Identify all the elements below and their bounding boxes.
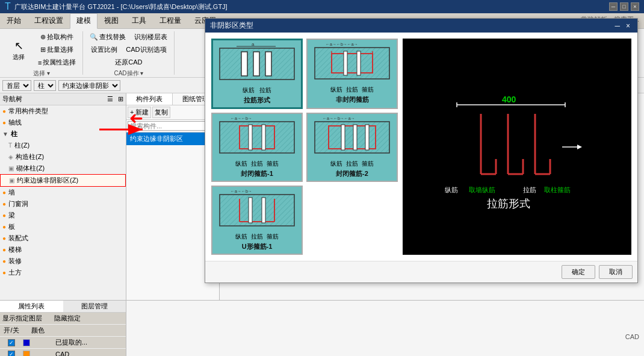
svg-rect-16 (344, 51, 347, 75)
beam-icon: ● (2, 212, 6, 219)
pick-component-btn[interactable]: ⊕ 拾取构件 (35, 31, 79, 43)
rebar-item-fengbi1[interactable]: ←a→←b→ 纵筋 拉筋 箍筋 封闭箍筋-1 (211, 113, 303, 182)
svg-rect-21 (240, 126, 274, 149)
batch-select-btn[interactable]: ⊞ 批量选择 (35, 44, 79, 55)
svg-rect-28 (341, 125, 345, 150)
attr-panel: 属性列表 图层管理 显示指定图层 隐藏指定 开/关 颜色 ✓ 已提取的... ✓… (0, 301, 126, 356)
svg-text:取柱箍筋: 取柱箍筋 (544, 186, 571, 193)
select-button[interactable]: ↖ 选择 (4, 37, 34, 63)
bottom-panel: 属性列表 图层管理 显示指定图层 隐藏指定 开/关 颜色 ✓ 已提取的... ✓… (0, 300, 644, 356)
nav-item-door[interactable]: ● 门窗洞 (0, 198, 126, 210)
confirm-button[interactable]: 确定 (562, 265, 595, 279)
svg-rect-22 (249, 125, 252, 150)
tab-project-settings[interactable]: 工程设置 (28, 13, 70, 28)
svg-rect-5 (253, 52, 259, 76)
rebar-item-uxing[interactable]: ←a→←b→ 纵筋 拉筋 箍筋 (211, 186, 303, 255)
tab-tools[interactable]: 工具 (125, 13, 153, 28)
arrow-indicator: ➜ (129, 109, 143, 129)
nav-item-earth[interactable]: ● 土方 (0, 267, 126, 278)
assembly-icon: ● (2, 235, 6, 242)
copy-component-btn[interactable]: 复制 (152, 107, 170, 118)
nav-tree: ● 常用构件类型 ● 轴线 ▼ 柱 T 柱(Z) ◈ 构造柱(Z) ▣ 砌体柱(… (0, 105, 126, 300)
rebar-item-feifengbi[interactable]: ←a→←b→←a→ (306, 39, 398, 109)
lajin-label: 拉筋形式 (244, 96, 270, 105)
set-scale-btn[interactable]: 设置比例 (88, 44, 120, 55)
maximize-btn[interactable]: □ (620, 2, 628, 11)
large-preview-svg: 400 (409, 81, 625, 213)
restore-cad-btn[interactable]: 还原CAD (112, 57, 145, 68)
minimize-btn[interactable]: ─ (609, 2, 618, 11)
identify-floor-btn[interactable]: 识别楼层表 (131, 31, 170, 43)
tab-start[interactable]: 开始 (0, 13, 28, 28)
attr-select-btn[interactable]: ≡ 按属性选择 (35, 57, 79, 68)
nav-item-axis[interactable]: ● 轴线 (0, 117, 126, 128)
tab-modeling[interactable]: 建模 (70, 13, 98, 29)
nav-item-beam[interactable]: ● 梁 (0, 210, 126, 221)
nav-item-decoration[interactable]: ● 装修 (0, 255, 126, 267)
batch-icon: ⊞ (40, 46, 46, 54)
svg-rect-30 (365, 125, 369, 150)
col-gz-icon: ◈ (8, 154, 13, 160)
rebar-preview-feifengbi: ←a→←b→←a→ (313, 42, 391, 84)
rebar-item-lajin[interactable]: a 纵筋 拉筋 拉筋形式 (211, 39, 303, 109)
dialog-close-btn[interactable]: × (624, 22, 633, 30)
svg-rect-4 (241, 52, 247, 76)
nav-item-assembly[interactable]: ● 装配式 (0, 233, 126, 244)
attr-panel-tabs: 属性列表 图层管理 (0, 301, 126, 313)
tab-view[interactable]: 视图 (98, 13, 125, 28)
earth-icon: ● (2, 269, 6, 276)
nav-item-stairs[interactable]: ● 楼梯 (0, 244, 126, 255)
floor-selector[interactable]: 首层 (2, 80, 31, 91)
tab-component-list[interactable]: 构件列表 (126, 93, 173, 105)
left-panel: 导航树 ☰ ⊞ ● 常用构件类型 ● 轴线 ▼ 柱 T 柱(Z) ◈ (0, 93, 126, 300)
tab-attr-list[interactable]: 属性列表 (0, 301, 63, 312)
nav-icon-btn2[interactable]: ⊞ (118, 95, 123, 103)
layer1-checkbox[interactable]: ✓ (8, 339, 15, 346)
decoration-icon: ● (2, 258, 6, 264)
svg-text:拉筋形式: 拉筋形式 (487, 198, 530, 210)
cad-label-bottom: CAD (625, 333, 639, 340)
nav-item-common[interactable]: ● 常用构件类型 (0, 105, 126, 117)
cad-identify-btn[interactable]: CAD识别选项 (123, 44, 169, 55)
col-z-icon: T (8, 142, 12, 149)
svg-text:拉筋: 拉筋 (523, 186, 536, 193)
rebar-preview-fengbi1: ←a→←b→ (218, 116, 296, 158)
layer-header-row: 开/关 颜色 (0, 325, 126, 337)
group-select-label: 选择 ▾ (33, 68, 50, 78)
select-label: 选择 (13, 53, 25, 61)
layer2-checkbox[interactable]: ✓ (8, 351, 15, 356)
nav-item-col-yyz[interactable]: ▣ 约束边缘非阴影区(Z) (0, 174, 126, 187)
nav-item-wall[interactable]: ● 墙 (0, 187, 126, 198)
element-selector[interactable]: 柱 (34, 80, 56, 91)
nav-icon-btn1[interactable]: ☰ (107, 95, 113, 103)
svg-rect-39 (409, 81, 625, 213)
nav-item-col-gz[interactable]: ◈ 构造柱(Z) (0, 151, 126, 163)
feifengbi-label: 非封闭箍筋 (336, 95, 369, 104)
rebar-item-fengbi2[interactable]: ←a→←b→←a→ 纵筋 拉筋 箍筋 (306, 113, 398, 182)
fengbi1-sublabels: 纵筋 拉筋 箍筋 (235, 160, 279, 168)
tab-quantity[interactable]: 工程量 (153, 13, 188, 28)
nav-item-slab[interactable]: ● 板 (0, 221, 126, 233)
svg-text:400: 400 (502, 95, 516, 104)
find-replace-btn[interactable]: 🔍 查找替换 (87, 31, 129, 43)
cancel-button[interactable]: 取消 (599, 265, 633, 279)
nav-header: 导航树 ☰ ⊞ (0, 93, 126, 105)
svg-text:←a→←b→←a→: ←a→←b→←a→ (326, 43, 358, 46)
dialog-title-bar: 非阴影区类型 ─ × (205, 19, 637, 33)
nav-item-column[interactable]: ▼ 柱 (0, 128, 126, 140)
select-icon: ↖ (11, 39, 26, 53)
constraint-selector[interactable]: 约束边缘非阴影 (58, 80, 120, 91)
tab-layer-mgmt[interactable]: 图层管理 (63, 301, 126, 312)
nav-item-col-z[interactable]: T 柱(Z) (0, 140, 126, 151)
close-btn[interactable]: × (631, 2, 639, 11)
svg-rect-10 (332, 54, 373, 73)
title-bar: T 广联达BIM土建计量平台 GTJ2021 - [C:\Users\郭成喜\D… (0, 0, 644, 13)
dialog-min-btn[interactable]: ─ (612, 22, 622, 30)
door-icon: ● (2, 201, 6, 207)
nav-item-col-sb[interactable]: ▣ 砌体柱(Z) (0, 163, 126, 174)
group-cad-label: CAD操作 ▾ (114, 68, 143, 78)
svg-text:←a→←b→: ←a→←b→ (231, 117, 252, 120)
svg-rect-17 (357, 51, 361, 75)
rebar-preview-fengbi2: ←a→←b→←a→ (313, 116, 391, 158)
rebar-type-dialog: 非阴影区类型 ─ × (205, 18, 638, 283)
